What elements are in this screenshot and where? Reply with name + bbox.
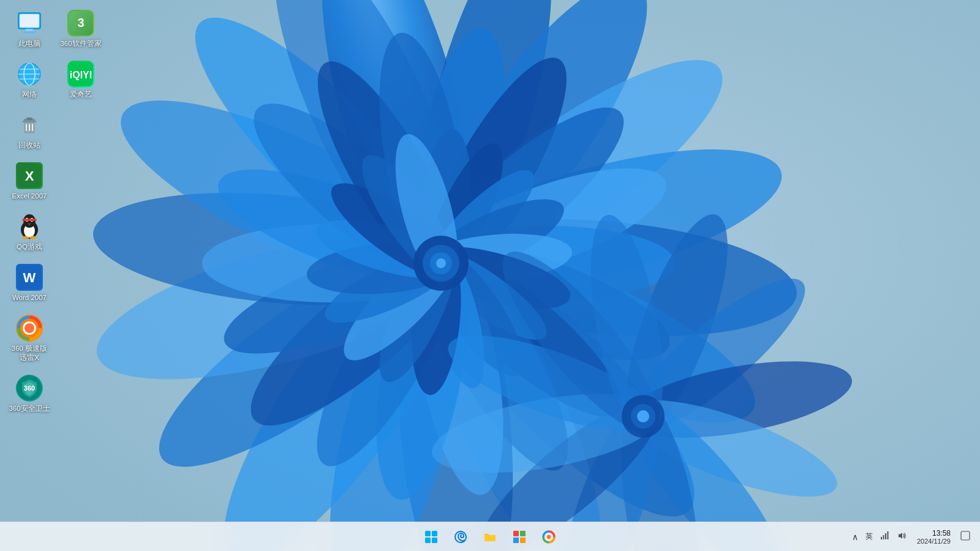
360browser-button[interactable] (535, 523, 562, 550)
explorer-button[interactable] (477, 523, 503, 550)
svg-point-103 (30, 236, 36, 239)
svg-rect-111 (425, 531, 431, 536)
360speedx-icon (16, 315, 43, 342)
taskbar: ∧ 英 (0, 522, 980, 551)
store-button[interactable] (506, 523, 533, 550)
icon-360safe[interactable]: 360 360安全卫士 (6, 371, 53, 417)
svg-rect-88 (26, 124, 27, 131)
360software-icon: 3 (67, 10, 94, 37)
svg-rect-101 (22, 219, 37, 221)
icon-360software[interactable]: 3 360软件管家 (58, 6, 104, 52)
network-icon (16, 61, 43, 88)
svg-point-73 (637, 410, 649, 422)
svg-rect-118 (520, 538, 526, 543)
svg-rect-90 (32, 124, 33, 131)
svg-text:360: 360 (24, 384, 35, 392)
desktop: 此电脑 3 360软件管家 (0, 0, 980, 551)
wallpaper (0, 0, 980, 551)
svg-text:W: W (23, 270, 36, 285)
svg-rect-122 (881, 537, 882, 539)
svg-rect-116 (520, 531, 526, 536)
notification-button[interactable] (958, 530, 973, 544)
qq-icon (16, 213, 43, 240)
excel-label: Excel 2007 (12, 192, 47, 201)
pc-icon (16, 10, 43, 37)
word-icon: W (16, 264, 43, 291)
icon-pc[interactable]: 此电脑 (6, 6, 53, 52)
svg-point-58 (436, 258, 446, 268)
svg-rect-77 (23, 31, 36, 33)
svg-rect-123 (883, 535, 884, 539)
360safe-label: 360安全卫士 (9, 404, 50, 413)
recycle-icon (16, 111, 43, 138)
icon-recycle[interactable]: 回收站 (6, 108, 53, 154)
svg-point-121 (547, 534, 551, 539)
clock[interactable]: 13:58 2024/11/29 (913, 528, 954, 546)
360software-label: 360软件管家 (60, 39, 101, 48)
taskbar-right: ∧ 英 (850, 528, 973, 546)
word-label: Word 2007 (12, 293, 47, 302)
icon-qqgame[interactable]: QQ游戏 (6, 209, 53, 255)
svg-rect-115 (513, 531, 519, 536)
iqiyi-label: 爱奇艺 (70, 90, 92, 99)
system-tray: ∧ 英 (850, 530, 910, 544)
svg-rect-113 (425, 538, 431, 543)
icon-360speedx[interactable]: 360 极速版 迅雷X (6, 311, 53, 366)
svg-rect-76 (26, 29, 33, 31)
clock-date: 2024/11/29 (917, 538, 951, 545)
clock-time: 13:58 (932, 529, 951, 538)
tray-volume[interactable] (895, 530, 910, 544)
svg-point-102 (23, 236, 29, 239)
icon-word[interactable]: W Word 2007 (6, 260, 53, 306)
excel-icon: X (16, 162, 43, 189)
svg-text:3: 3 (77, 16, 84, 29)
svg-text:iQIYI: iQIYI (70, 70, 92, 80)
svg-rect-124 (885, 533, 886, 539)
360safe-icon: 360 (16, 375, 43, 402)
iqiyi-icon: iQIYI (67, 61, 94, 88)
pc-label: 此电脑 (18, 39, 40, 48)
taskbar-center (418, 523, 562, 550)
icon-network[interactable]: 网络 (6, 57, 53, 103)
svg-rect-114 (432, 538, 437, 543)
svg-rect-75 (20, 14, 39, 28)
svg-text:X: X (25, 168, 34, 184)
qqgame-label: QQ游戏 (17, 242, 42, 252)
360speedx-label: 360 极速版 迅雷X (12, 344, 47, 362)
start-button[interactable] (418, 523, 445, 550)
recycle-label: 回收站 (18, 141, 40, 150)
network-label: 网络 (22, 90, 37, 99)
svg-rect-126 (961, 531, 970, 540)
svg-point-108 (24, 323, 34, 333)
tray-chevron[interactable]: ∧ (850, 531, 861, 543)
tray-network[interactable] (878, 530, 892, 544)
svg-rect-125 (887, 531, 888, 539)
svg-rect-112 (432, 531, 437, 536)
icon-iqiyi[interactable]: iQIYI 爱奇艺 (58, 57, 104, 103)
icon-excel[interactable]: X Excel 2007 (6, 159, 53, 204)
svg-rect-117 (513, 538, 519, 543)
tray-language[interactable]: 英 (863, 530, 875, 543)
svg-rect-89 (29, 124, 30, 131)
desktop-icons: 此电脑 3 360软件管家 (6, 6, 104, 416)
edge-button[interactable] (447, 523, 474, 550)
svg-rect-91 (26, 118, 32, 120)
